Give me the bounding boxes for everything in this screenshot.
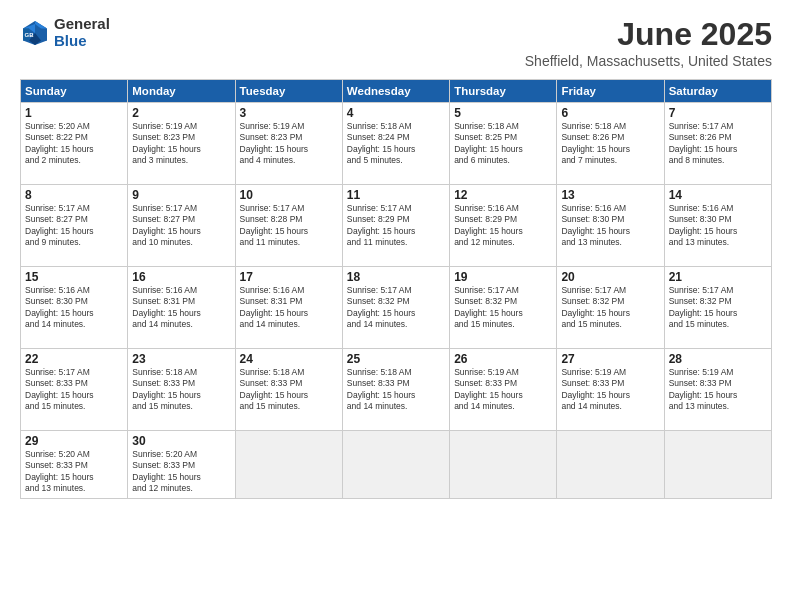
day-info: Sunrise: 5:18 AMSunset: 8:33 PMDaylight:… [132,367,230,413]
day-number: 20 [561,270,659,284]
table-row: 12Sunrise: 5:16 AMSunset: 8:29 PMDayligh… [450,185,557,267]
table-row: 24Sunrise: 5:18 AMSunset: 8:33 PMDayligh… [235,349,342,431]
table-row: 30Sunrise: 5:20 AMSunset: 8:33 PMDayligh… [128,431,235,499]
day-number: 19 [454,270,552,284]
day-number: 28 [669,352,767,366]
day-number: 13 [561,188,659,202]
col-friday: Friday [557,80,664,103]
calendar-body: 1Sunrise: 5:20 AMSunset: 8:22 PMDaylight… [21,103,772,499]
day-info: Sunrise: 5:17 AMSunset: 8:28 PMDaylight:… [240,203,338,249]
header: GB General Blue June 2025 Sheffield, Mas… [20,16,772,69]
day-info: Sunrise: 5:20 AMSunset: 8:22 PMDaylight:… [25,121,123,167]
table-row: 18Sunrise: 5:17 AMSunset: 8:32 PMDayligh… [342,267,449,349]
table-row: 28Sunrise: 5:19 AMSunset: 8:33 PMDayligh… [664,349,771,431]
table-row: 6Sunrise: 5:18 AMSunset: 8:26 PMDaylight… [557,103,664,185]
day-info: Sunrise: 5:17 AMSunset: 8:26 PMDaylight:… [669,121,767,167]
table-row: 23Sunrise: 5:18 AMSunset: 8:33 PMDayligh… [128,349,235,431]
day-info: Sunrise: 5:19 AMSunset: 8:33 PMDaylight:… [454,367,552,413]
header-row: Sunday Monday Tuesday Wednesday Thursday… [21,80,772,103]
table-row: 5Sunrise: 5:18 AMSunset: 8:25 PMDaylight… [450,103,557,185]
day-number: 9 [132,188,230,202]
day-number: 7 [669,106,767,120]
day-info: Sunrise: 5:17 AMSunset: 8:29 PMDaylight:… [347,203,445,249]
day-info: Sunrise: 5:17 AMSunset: 8:32 PMDaylight:… [454,285,552,331]
day-info: Sunrise: 5:16 AMSunset: 8:30 PMDaylight:… [669,203,767,249]
day-number: 22 [25,352,123,366]
day-info: Sunrise: 5:18 AMSunset: 8:33 PMDaylight:… [347,367,445,413]
day-info: Sunrise: 5:19 AMSunset: 8:33 PMDaylight:… [669,367,767,413]
day-info: Sunrise: 5:17 AMSunset: 8:27 PMDaylight:… [132,203,230,249]
table-row: 14Sunrise: 5:16 AMSunset: 8:30 PMDayligh… [664,185,771,267]
day-number: 2 [132,106,230,120]
col-tuesday: Tuesday [235,80,342,103]
table-row: 4Sunrise: 5:18 AMSunset: 8:24 PMDaylight… [342,103,449,185]
table-row [450,431,557,499]
day-info: Sunrise: 5:17 AMSunset: 8:32 PMDaylight:… [561,285,659,331]
col-wednesday: Wednesday [342,80,449,103]
day-info: Sunrise: 5:19 AMSunset: 8:33 PMDaylight:… [561,367,659,413]
svg-text:GB: GB [25,31,35,37]
day-info: Sunrise: 5:16 AMSunset: 8:31 PMDaylight:… [240,285,338,331]
day-number: 27 [561,352,659,366]
table-row: 20Sunrise: 5:17 AMSunset: 8:32 PMDayligh… [557,267,664,349]
day-info: Sunrise: 5:17 AMSunset: 8:27 PMDaylight:… [25,203,123,249]
day-info: Sunrise: 5:17 AMSunset: 8:32 PMDaylight:… [347,285,445,331]
day-number: 30 [132,434,230,448]
table-row: 7Sunrise: 5:17 AMSunset: 8:26 PMDaylight… [664,103,771,185]
day-number: 3 [240,106,338,120]
logo-blue: Blue [54,33,110,50]
day-number: 26 [454,352,552,366]
table-row: 8Sunrise: 5:17 AMSunset: 8:27 PMDaylight… [21,185,128,267]
table-row: 3Sunrise: 5:19 AMSunset: 8:23 PMDaylight… [235,103,342,185]
day-info: Sunrise: 5:17 AMSunset: 8:32 PMDaylight:… [669,285,767,331]
col-sunday: Sunday [21,80,128,103]
table-row: 15Sunrise: 5:16 AMSunset: 8:30 PMDayligh… [21,267,128,349]
table-row: 16Sunrise: 5:16 AMSunset: 8:31 PMDayligh… [128,267,235,349]
day-number: 5 [454,106,552,120]
day-info: Sunrise: 5:18 AMSunset: 8:24 PMDaylight:… [347,121,445,167]
table-row [235,431,342,499]
day-info: Sunrise: 5:16 AMSunset: 8:29 PMDaylight:… [454,203,552,249]
col-monday: Monday [128,80,235,103]
day-info: Sunrise: 5:20 AMSunset: 8:33 PMDaylight:… [132,449,230,495]
day-info: Sunrise: 5:16 AMSunset: 8:30 PMDaylight:… [25,285,123,331]
table-row: 17Sunrise: 5:16 AMSunset: 8:31 PMDayligh… [235,267,342,349]
day-number: 12 [454,188,552,202]
table-row: 10Sunrise: 5:17 AMSunset: 8:28 PMDayligh… [235,185,342,267]
day-number: 15 [25,270,123,284]
day-info: Sunrise: 5:17 AMSunset: 8:33 PMDaylight:… [25,367,123,413]
logo-general: General [54,16,110,33]
day-number: 17 [240,270,338,284]
table-row: 29Sunrise: 5:20 AMSunset: 8:33 PMDayligh… [21,431,128,499]
table-row: 19Sunrise: 5:17 AMSunset: 8:32 PMDayligh… [450,267,557,349]
table-row: 2Sunrise: 5:19 AMSunset: 8:23 PMDaylight… [128,103,235,185]
day-number: 10 [240,188,338,202]
col-saturday: Saturday [664,80,771,103]
day-info: Sunrise: 5:18 AMSunset: 8:25 PMDaylight:… [454,121,552,167]
day-number: 24 [240,352,338,366]
logo-text: General Blue [54,16,110,49]
table-row: 22Sunrise: 5:17 AMSunset: 8:33 PMDayligh… [21,349,128,431]
day-info: Sunrise: 5:18 AMSunset: 8:33 PMDaylight:… [240,367,338,413]
table-row [664,431,771,499]
table-row: 1Sunrise: 5:20 AMSunset: 8:22 PMDaylight… [21,103,128,185]
table-row: 21Sunrise: 5:17 AMSunset: 8:32 PMDayligh… [664,267,771,349]
col-thursday: Thursday [450,80,557,103]
day-info: Sunrise: 5:16 AMSunset: 8:31 PMDaylight:… [132,285,230,331]
logo-icon: GB [20,18,50,48]
table-row: 9Sunrise: 5:17 AMSunset: 8:27 PMDaylight… [128,185,235,267]
day-info: Sunrise: 5:19 AMSunset: 8:23 PMDaylight:… [132,121,230,167]
location: Sheffield, Massachusetts, United States [525,53,772,69]
table-row [557,431,664,499]
day-info: Sunrise: 5:18 AMSunset: 8:26 PMDaylight:… [561,121,659,167]
day-number: 4 [347,106,445,120]
table-row: 11Sunrise: 5:17 AMSunset: 8:29 PMDayligh… [342,185,449,267]
day-info: Sunrise: 5:20 AMSunset: 8:33 PMDaylight:… [25,449,123,495]
day-number: 18 [347,270,445,284]
table-row: 13Sunrise: 5:16 AMSunset: 8:30 PMDayligh… [557,185,664,267]
day-number: 6 [561,106,659,120]
page: GB General Blue June 2025 Sheffield, Mas… [0,0,792,612]
calendar-header: Sunday Monday Tuesday Wednesday Thursday… [21,80,772,103]
day-number: 14 [669,188,767,202]
day-number: 25 [347,352,445,366]
